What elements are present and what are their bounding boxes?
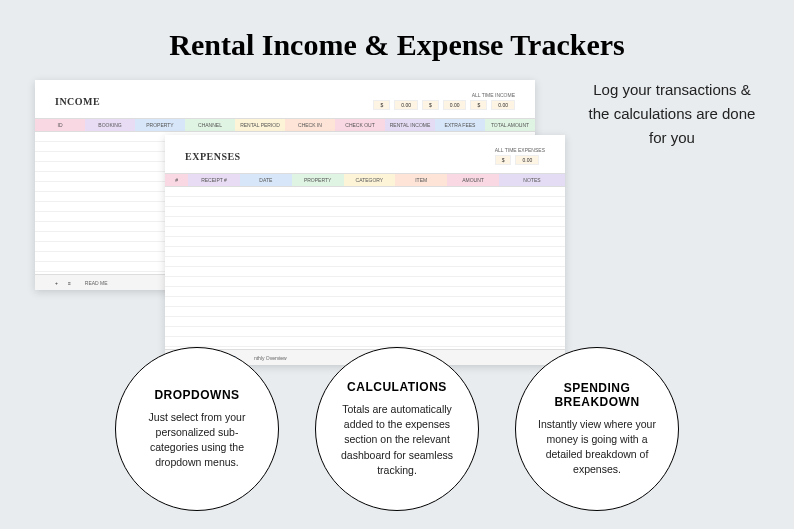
col-total: TOTAL AMOUNT: [485, 119, 535, 131]
col-notes: NOTES: [499, 174, 565, 186]
plus-icon[interactable]: +: [55, 280, 58, 286]
income-columns: ID BOOKING PROPERTY CHANNEL RENTAL PERIO…: [35, 118, 535, 132]
col-receipt: RECEIPT #: [188, 174, 240, 186]
circle-body: Totals are automatically added to the ex…: [334, 402, 460, 478]
circle-title: SPENDING BREAKDOWN: [534, 381, 660, 409]
income-title: INCOME: [55, 96, 100, 107]
circle-calculations: CALCULATIONS Totals are automatically ad…: [315, 347, 479, 511]
total-cell: $: [422, 100, 439, 110]
tab-readme[interactable]: READ ME: [81, 278, 112, 288]
col-property: PROPERTY: [135, 119, 185, 131]
income-totals: ALL TIME INCOME $ 0.00 $ 0.00 $ 0.00: [373, 92, 515, 110]
total-cell: 0.00: [443, 100, 467, 110]
menu-icon[interactable]: ≡: [68, 280, 71, 286]
col-rental-income: RENTAL INCOME: [385, 119, 435, 131]
col-property: PROPERTY: [292, 174, 344, 186]
total-cell: $: [373, 100, 390, 110]
total-cell: 0.00: [491, 100, 515, 110]
expenses-title: EXPENSES: [185, 151, 241, 162]
col-category: CATEGORY: [344, 174, 396, 186]
total-cell: 0.00: [394, 100, 418, 110]
expenses-totals-label: ALL TIME EXPENSES: [495, 147, 545, 153]
col-checkin: CHECK IN: [285, 119, 335, 131]
income-totals-label: ALL TIME INCOME: [373, 92, 515, 98]
col-period: RENTAL PERIOD: [235, 119, 285, 131]
col-checkout: CHECK OUT: [335, 119, 385, 131]
circle-dropdowns: DROPDOWNS Just select from your personal…: [115, 347, 279, 511]
col-channel: CHANNEL: [185, 119, 235, 131]
expenses-columns: # RECEIPT # DATE PROPERTY CATEGORY ITEM …: [165, 173, 565, 187]
expenses-sheet: EXPENSES ALL TIME EXPENSES $ 0.00 # RECE…: [165, 135, 565, 365]
total-cell: 0.00: [515, 155, 539, 165]
circle-body: Instantly view where your money is going…: [534, 417, 660, 478]
spreadsheets-preview: INCOME ALL TIME INCOME $ 0.00 $ 0.00 $ 0…: [35, 80, 565, 350]
expenses-totals: ALL TIME EXPENSES $ 0.00: [495, 147, 545, 165]
col-date: DATE: [240, 174, 292, 186]
total-cell: $: [495, 155, 512, 165]
col-booking: BOOKING: [85, 119, 135, 131]
col-id: ID: [35, 119, 85, 131]
total-cell: $: [470, 100, 487, 110]
expenses-rows: [165, 187, 565, 347]
col-amount: AMOUNT: [447, 174, 499, 186]
tagline-text: Log your transactions & the calculations…: [582, 78, 762, 150]
page-title: Rental Income & Expense Trackers: [0, 0, 794, 80]
feature-circles: DROPDOWNS Just select from your personal…: [0, 347, 794, 511]
col-item: ITEM: [395, 174, 447, 186]
circle-title: DROPDOWNS: [154, 388, 239, 402]
circle-body: Just select from your personalized sub-c…: [134, 410, 260, 471]
col-num: #: [165, 174, 188, 186]
circle-spending: SPENDING BREAKDOWN Instantly view where …: [515, 347, 679, 511]
col-extra-fees: EXTRA FEES: [435, 119, 485, 131]
circle-title: CALCULATIONS: [347, 380, 447, 394]
